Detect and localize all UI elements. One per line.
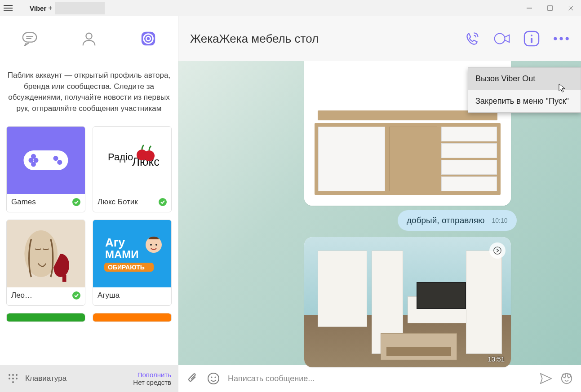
svg-point-12: [57, 159, 62, 164]
verified-badge-icon: [72, 198, 80, 206]
svg-text:ОБИРАЮТЬ: ОБИРАЮТЬ: [108, 264, 145, 271]
svg-point-30: [554, 37, 557, 40]
close-button[interactable]: [560, 0, 581, 16]
svg-point-36: [16, 374, 18, 376]
message-input[interactable]: [228, 374, 532, 383]
outgoing-text-message[interactable]: добрый, отправляю 10:10: [398, 210, 517, 231]
svg-point-48: [568, 377, 569, 379]
public-card-games[interactable]: Games: [6, 126, 85, 212]
emoji-button[interactable]: [207, 372, 220, 385]
svg-rect-1: [23, 33, 36, 42]
forward-button[interactable]: [489, 242, 506, 259]
svg-point-40: [12, 381, 14, 383]
svg-text:Агу: Агу: [105, 236, 125, 249]
public-card-agusha[interactable]: АгуМАМИОБИРАЮТЬ Агуша: [93, 220, 172, 306]
svg-text:МАМИ: МАМИ: [105, 248, 139, 260]
public-card-label: Лео…: [11, 291, 70, 300]
svg-point-42: [211, 376, 212, 378]
chats-tab[interactable]: [0, 16, 59, 61]
maximize-button[interactable]: [540, 0, 560, 16]
public-card-label: Люкс Ботик: [98, 198, 156, 207]
bottom-bar-left: Клавиатура Пополнить Нет средств: [0, 365, 178, 392]
public-card-label: Агуша: [98, 291, 167, 300]
public-card-leo[interactable]: Лео…: [6, 220, 85, 306]
svg-point-31: [559, 37, 563, 40]
mouse-cursor-icon: [559, 84, 566, 92]
phone-number-masked: [55, 2, 105, 14]
conversation-header: ЖекаЖека мебель стол: [178, 16, 581, 61]
image-message-room[interactable]: 13:51: [304, 237, 511, 367]
svg-point-38: [12, 378, 14, 379]
svg-rect-0: [548, 6, 552, 10]
attach-button[interactable]: [186, 372, 199, 385]
public-card-label: Games: [11, 198, 70, 207]
svg-point-34: [9, 374, 10, 376]
svg-rect-18: [62, 275, 67, 282]
sticker-button[interactable]: [560, 372, 573, 385]
gamepad-icon: [21, 145, 71, 175]
svg-point-44: [562, 374, 572, 383]
svg-point-25: [155, 244, 157, 246]
more-options-button[interactable]: [553, 31, 569, 47]
leo-portrait-icon: [17, 225, 75, 283]
verified-badge-icon: [72, 291, 80, 300]
minimize-button[interactable]: [519, 0, 540, 16]
conversation-title: ЖекаЖека мебель стол: [190, 32, 464, 46]
message-text: добрый, отправляю: [407, 216, 485, 225]
hamburger-menu-button[interactable]: [0, 0, 16, 16]
svg-point-2: [86, 33, 92, 39]
svg-point-33: [494, 247, 501, 254]
svg-point-9: [31, 154, 36, 159]
window-titlebar: Viber +: [0, 0, 581, 16]
send-button[interactable]: [540, 372, 552, 385]
message-time: 13:51: [488, 355, 505, 363]
contacts-tab[interactable]: [59, 16, 119, 61]
public-accounts-description: Паблик аккаунт — открытый профиль автора…: [6, 70, 172, 115]
svg-rect-29: [531, 38, 532, 43]
keyboard-label: Клавиатура: [25, 374, 67, 383]
message-composer: [178, 365, 581, 392]
svg-point-16: [144, 150, 155, 161]
app-title: Viber: [30, 4, 46, 12]
svg-text:Радіо: Радіо: [108, 151, 133, 163]
public-card-stub[interactable]: [93, 313, 172, 322]
svg-point-47: [564, 377, 566, 379]
public-accounts-tab[interactable]: [119, 16, 178, 61]
svg-point-24: [150, 244, 152, 246]
plus-sign: +: [48, 4, 52, 12]
svg-point-37: [9, 378, 10, 379]
svg-point-28: [531, 35, 532, 36]
voice-call-button[interactable]: [464, 31, 480, 47]
svg-point-43: [214, 376, 216, 378]
public-card-stub[interactable]: [6, 313, 85, 322]
message-time: 10:10: [492, 217, 508, 224]
info-button[interactable]: [523, 31, 540, 47]
no-funds-label: Нет средств: [133, 379, 171, 386]
svg-point-41: [208, 373, 219, 384]
agu-mami-logo-icon: АгуМАМИОБИРАЮТЬ: [101, 231, 164, 276]
video-call-button[interactable]: [494, 31, 510, 47]
topup-link[interactable]: Пополнить: [133, 371, 171, 379]
sidebar: Паблик аккаунт — открытый профиль автора…: [0, 16, 178, 365]
svg-point-10: [31, 162, 36, 167]
svg-point-35: [12, 374, 14, 376]
radio-lux-logo-icon: РадіоЛюкс: [105, 142, 159, 178]
verified-badge-icon: [159, 198, 167, 206]
dialpad-icon[interactable]: [7, 373, 19, 384]
svg-rect-26: [495, 34, 505, 44]
svg-point-11: [53, 156, 58, 161]
svg-point-32: [566, 37, 569, 40]
svg-point-39: [16, 378, 18, 379]
context-menu-pin-start[interactable]: Закрепить в меню "Пуск": [468, 90, 581, 112]
public-card-lux[interactable]: РадіоЛюкс Люкс Ботик: [93, 126, 172, 212]
